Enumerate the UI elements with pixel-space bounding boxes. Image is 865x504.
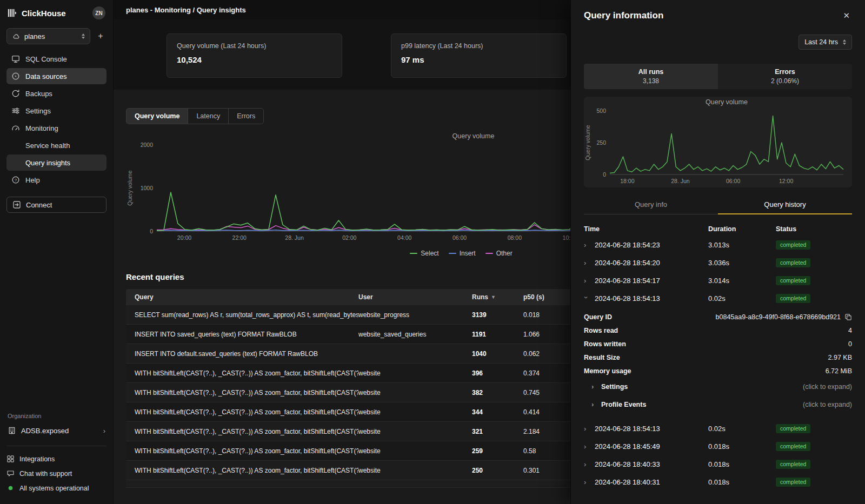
status-badge: completed	[776, 240, 810, 250]
user-cell: website	[358, 408, 472, 416]
status-badge: completed	[776, 294, 810, 303]
user-cell: website_saved_queries	[358, 331, 472, 338]
tab-errors-count[interactable]: Errors 2 (0.06%)	[718, 64, 852, 89]
connect-label: Connect	[26, 201, 52, 209]
sidebar-item-data-sources[interactable]: Data sources	[6, 68, 107, 84]
runs-cell: 1191	[472, 331, 523, 338]
gauge-icon	[11, 124, 20, 132]
chevron-right-icon[interactable]: ›	[591, 401, 596, 408]
status-label: All systems operational	[19, 485, 89, 492]
chevron-right-icon[interactable]: ›	[584, 425, 588, 432]
detail-label-text: Memory usage	[584, 367, 631, 375]
stat-label: Query volume (Last 24 hours)	[177, 42, 332, 50]
detail-row[interactable]: ›Settings(click to expand)	[584, 378, 852, 395]
tab-query-history[interactable]: Query history	[718, 196, 852, 214]
chevron-right-icon[interactable]: ›	[584, 277, 588, 284]
sidebar-item-help[interactable]: ? Help	[6, 172, 107, 188]
chevron-right-icon[interactable]: ›	[591, 383, 596, 390]
status-badge: completed	[776, 424, 810, 433]
chevron-right-icon[interactable]: ›	[584, 241, 588, 248]
sidebar-item-monitoring[interactable]: Monitoring	[6, 120, 107, 136]
sidebar-item-settings[interactable]: Settings	[6, 103, 107, 119]
query-history-row[interactable]: ›2024-06-28 18:54:173.014scompleted	[584, 272, 852, 290]
add-service-button[interactable]: +	[95, 30, 107, 42]
sidebar-item-backups[interactable]: Backups	[6, 85, 107, 102]
chevron-down-icon[interactable]: ›	[583, 297, 590, 301]
query-history-row[interactable]: ›2024-06-28 18:54:130.02scompleted	[584, 420, 852, 438]
sidebar-item-integrations[interactable]: Integrations	[6, 452, 107, 466]
query-history-row[interactable]: ›2024-06-28 18:40:330.018scompleted	[584, 455, 852, 473]
query-cell: INSERT INTO saved_queries (text) FORMAT …	[126, 331, 358, 338]
mini-chart-card: Query volumeQuery volume025050018:0028. …	[584, 97, 852, 187]
tab-all-runs[interactable]: All runs 3,138	[584, 64, 718, 89]
sidebar-item-sql-console[interactable]: SQL Console	[6, 51, 107, 67]
svg-text:0: 0	[150, 228, 153, 234]
sidebar-item-query-insights[interactable]: Query insights	[6, 154, 107, 171]
avatar[interactable]: ZN	[92, 6, 105, 19]
tab-latency[interactable]: Latency	[188, 109, 229, 124]
runs-cell: 1040	[472, 350, 523, 358]
runs-cell: 250	[472, 467, 523, 474]
query-cell: WITH bitShiftLeft(CAST(?..), _CAST(?..))…	[126, 467, 358, 474]
history-time: 2024-06-28 18:54:17	[595, 277, 660, 285]
history-duration: 3.036s	[708, 259, 776, 267]
detail-row: Result Size2.97 KB	[584, 351, 852, 364]
query-history-row[interactable]: ›2024-06-28 18:54:233.013scompleted	[584, 236, 852, 254]
svg-text:12:00: 12:00	[779, 178, 793, 184]
query-history-row[interactable]: ›2024-06-28 18:54:203.036scompleted	[584, 254, 852, 272]
column-header-runs[interactable]: Runs ▼	[472, 293, 523, 301]
runs-cell: 344	[472, 408, 523, 416]
detail-row: Memory usage6.72 MiB	[584, 364, 852, 378]
query-history-row[interactable]: ›2024-06-28 18:54:130.02scompleted	[584, 290, 852, 307]
legend-swatch-icon	[449, 253, 456, 254]
history-duration: 0.018s	[708, 460, 776, 468]
history-time: 2024-06-28 18:54:13	[595, 294, 660, 303]
copy-icon[interactable]	[844, 313, 852, 321]
select-chevrons-icon	[843, 39, 846, 45]
status-dot-icon	[6, 484, 15, 492]
sidebar-item-chat-support[interactable]: Chat with support	[6, 466, 107, 481]
all-runs-label: All runs	[638, 68, 664, 76]
organization-name: ADSB.exposed	[21, 427, 98, 435]
svg-text:Query volume: Query volume	[584, 125, 591, 160]
legend-swatch-icon	[410, 253, 417, 254]
svg-text:06:00: 06:00	[726, 178, 740, 184]
history-time: 2024-06-28 18:54:20	[595, 259, 660, 267]
detail-label-text: Rows read	[584, 327, 618, 334]
tab-errors[interactable]: Errors	[229, 109, 263, 124]
legend-item[interactable]: Other	[485, 250, 513, 257]
service-selector[interactable]: planes	[6, 28, 90, 44]
query-history-row[interactable]: ›2024-06-28 18:45:490.018scompleted	[584, 438, 852, 455]
detail-value-text: (click to expand)	[803, 383, 852, 391]
chevron-right-icon[interactable]: ›	[584, 259, 588, 266]
legend-item[interactable]: Select	[410, 250, 438, 257]
connect-button[interactable]: Connect	[6, 197, 107, 213]
close-icon[interactable]: ✕	[841, 9, 852, 23]
query-cell: WITH bitShiftLeft(CAST(?..), _CAST(?..))…	[126, 408, 358, 416]
chart-tabs: Query volume Latency Errors	[126, 108, 264, 124]
time-range-select[interactable]: Last 24 hrs	[799, 35, 852, 50]
query-history-row[interactable]: ›2024-06-28 18:40:310.018scompleted	[584, 473, 852, 491]
legend-item[interactable]: Insert	[449, 250, 476, 257]
svg-text:0: 0	[603, 171, 606, 178]
svg-text:500: 500	[596, 107, 606, 114]
query-information-panel: Query information ✕ Last 24 hrs All runs…	[570, 0, 865, 504]
tab-query-info[interactable]: Query info	[584, 196, 718, 214]
chevron-right-icon[interactable]: ›	[584, 479, 588, 486]
runs-header-label: Runs	[472, 293, 488, 301]
query-cell: WITH bitShiftLeft(CAST(?..), _CAST(?..))…	[126, 369, 358, 377]
chevron-right-icon[interactable]: ›	[584, 443, 588, 450]
tab-query-volume[interactable]: Query volume	[127, 109, 188, 124]
svg-text:04:00: 04:00	[397, 234, 411, 241]
breadcrumb: planes - Monitoring / Query insights	[126, 6, 246, 14]
history-rows-more: ›2024-06-28 18:54:130.02scompleted›2024-…	[584, 420, 852, 491]
status-badge: completed	[776, 478, 810, 487]
organization-row[interactable]: ADSB.exposed ›	[6, 424, 107, 437]
query-cell: INSERT INTO default.saved_queries (text)…	[126, 350, 358, 358]
sliders-icon	[11, 106, 20, 115]
sidebar-item-service-health[interactable]: Service health	[6, 137, 107, 153]
help-icon: ?	[11, 176, 20, 184]
detail-row[interactable]: ›Profile Events(click to expand)	[584, 395, 852, 413]
system-status-row[interactable]: All systems operational	[6, 481, 107, 495]
chevron-right-icon[interactable]: ›	[584, 461, 588, 468]
